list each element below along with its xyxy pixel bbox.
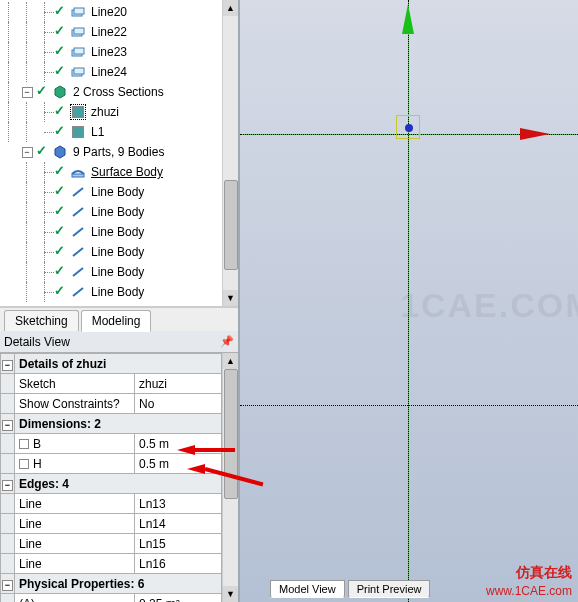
cross-section-icon [52,84,68,100]
check-icon [54,225,68,239]
surface-body-icon [70,164,86,180]
line-icon [70,24,86,40]
left-panel: Line20 Line22 Line23 [0,0,240,602]
check-icon [54,45,68,59]
scroll-thumb[interactable] [224,180,238,270]
svg-line-12 [73,208,83,216]
svg-line-11 [73,188,83,196]
tree-item-line-body[interactable]: Line Body [0,262,222,282]
svg-line-13 [73,228,83,236]
tree-item-line23[interactable]: Line23 [0,42,222,62]
tree-item-line22[interactable]: Line22 [0,22,222,42]
check-icon [36,85,50,99]
swatch-icon [70,124,86,140]
check-icon [36,145,50,159]
brand-text: 仿真在线 [516,564,572,582]
tree-label: Line Body [89,284,146,300]
prop-value[interactable]: Ln13 [135,494,222,514]
annotation-arrow-icon [177,445,195,455]
checkbox-icon[interactable] [19,459,29,469]
svg-line-14 [73,248,83,256]
pin-icon[interactable]: 📌 [220,335,234,348]
check-icon [54,105,68,119]
tab-modeling[interactable]: Modeling [81,310,152,332]
tree-label: Line22 [89,24,129,40]
check-icon [54,265,68,279]
prop-value[interactable]: No [135,394,222,414]
collapse-icon[interactable]: − [22,147,33,158]
svg-marker-9 [55,146,65,158]
tab-print-preview[interactable]: Print Preview [348,580,431,598]
checkbox-icon[interactable] [19,439,29,449]
line-icon [70,64,86,80]
prop-name: H [15,454,135,474]
collapse-icon[interactable]: − [2,580,13,591]
x-axis-arrow-icon [520,128,550,140]
tree-item-l1[interactable]: L1 [0,122,222,142]
check-icon [54,65,68,79]
scroll-up-icon[interactable]: ▲ [223,353,238,369]
section-header: Edges: 4 [15,474,222,494]
tree-label: Line Body [89,184,146,200]
check-icon [54,185,68,199]
collapse-icon[interactable]: − [2,420,13,431]
mode-tabs: Sketching Modeling [0,307,238,331]
tree-item-line-body[interactable]: Line Body [0,222,222,242]
tree-item-parts[interactable]: − 9 Parts, 9 Bodies [0,142,222,162]
scroll-up-icon[interactable]: ▲ [223,0,238,16]
collapse-icon[interactable]: − [2,480,13,491]
prop-name: Line [15,534,135,554]
line-body-icon [70,224,86,240]
collapse-icon[interactable]: − [22,87,33,98]
section-header: Physical Properties: 6 [15,574,222,594]
brand-url: www.1CAE.com [486,584,572,598]
tree-item-line-body[interactable]: Line Body [0,182,222,202]
tree-item-line20[interactable]: Line20 [0,2,222,22]
tree-label: Line24 [89,64,129,80]
tree-label: L1 [89,124,106,140]
tree-item-line24[interactable]: Line24 [0,62,222,82]
origin-marker[interactable] [396,115,420,139]
svg-rect-7 [74,68,84,74]
tree-label: Line23 [89,44,129,60]
line-body-icon [70,204,86,220]
svg-rect-1 [74,8,84,14]
collapse-icon[interactable]: − [2,360,13,371]
line-icon [70,44,86,60]
prop-value[interactable]: 0.25 m² [135,594,222,603]
svg-marker-8 [55,86,65,98]
graphics-viewport[interactable]: 1CAE.COM Model View Print Preview 仿真在线 w… [240,0,578,602]
prop-value[interactable]: Ln16 [135,554,222,574]
tab-sketching[interactable]: Sketching [4,310,79,331]
tree-item-zhuzi[interactable]: zhuzi [0,102,222,122]
prop-name: Show Constraints? [15,394,135,414]
tree-item-surface-body[interactable]: Surface Body [0,162,222,182]
tab-model-view[interactable]: Model View [270,580,345,598]
section-header: Dimensions: 2 [15,414,222,434]
svg-rect-3 [74,28,84,34]
watermark: 1CAE.COM [400,286,578,325]
prop-value[interactable]: zhuzi [135,374,222,394]
tree-label: Surface Body [89,164,165,180]
check-icon [54,25,68,39]
prop-value[interactable]: Ln14 [135,514,222,534]
prop-value[interactable]: Ln15 [135,534,222,554]
tree-label: Line Body [89,244,146,260]
tree-label: 2 Cross Sections [71,84,166,100]
prop-name: Line [15,514,135,534]
tree-item-line-body[interactable]: Line Body [0,242,222,262]
tree-item-line-body[interactable]: Line Body [0,282,222,302]
tree-scrollbar[interactable]: ▲ ▼ [222,0,238,306]
swatch-icon [70,104,86,120]
tree-item-cross-sections[interactable]: − 2 Cross Sections [0,82,222,102]
details-panel: −Details of zhuzi Sketchzhuzi Show Const… [0,353,238,602]
tree-item-line-body[interactable]: Line Body [0,202,222,222]
parts-icon [52,144,68,160]
tree-label: Line20 [89,4,129,20]
details-title: Details View [4,335,70,349]
scroll-down-icon[interactable]: ▼ [223,586,238,602]
scroll-down-icon[interactable]: ▼ [223,290,238,306]
check-icon [54,125,68,139]
details-grid[interactable]: −Details of zhuzi Sketchzhuzi Show Const… [0,353,222,602]
outline-tree[interactable]: Line20 Line22 Line23 [0,0,238,307]
